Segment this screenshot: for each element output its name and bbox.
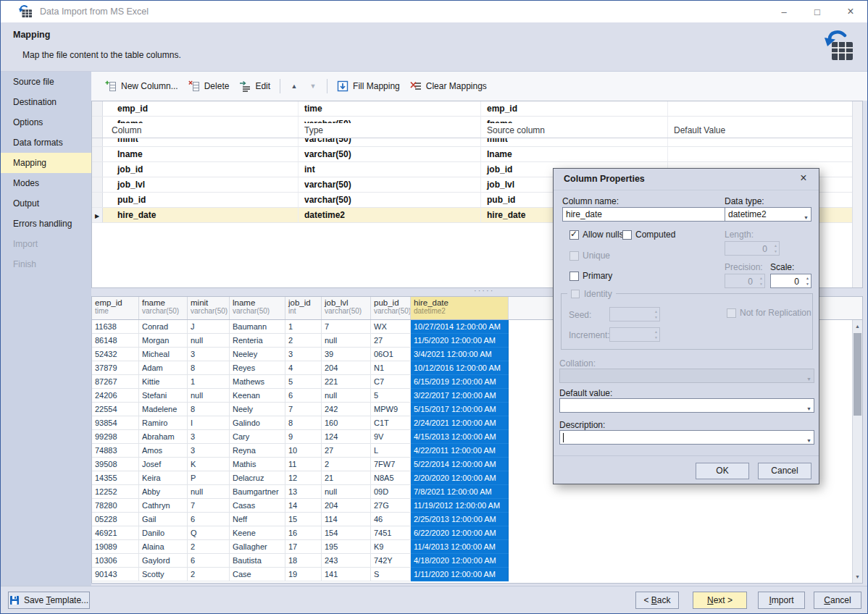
cell[interactable]: null: [188, 389, 230, 403]
cell[interactable]: 7: [188, 499, 230, 513]
cell[interactable]: Baumann: [230, 320, 285, 334]
cell[interactable]: pub_id: [103, 193, 299, 207]
cell[interactable]: S: [371, 568, 411, 581]
cell[interactable]: 3: [188, 444, 230, 458]
cell[interactable]: lname: [481, 147, 668, 161]
cell[interactable]: C7: [371, 375, 411, 389]
cell[interactable]: 18: [285, 554, 322, 568]
cell[interactable]: 2/24/2021 12:00:00 AM: [411, 416, 509, 430]
cell[interactable]: C1T: [371, 416, 411, 430]
cell[interactable]: Keira: [139, 471, 188, 485]
cell[interactable]: 10306: [92, 554, 139, 568]
cell[interactable]: Micheal: [139, 348, 188, 361]
cell[interactable]: L: [371, 444, 411, 458]
cell[interactable]: Alaina: [139, 540, 188, 554]
cell[interactable]: Neely: [230, 403, 285, 416]
cell[interactable]: Ramiro: [139, 416, 188, 430]
preview-column-header-emp_id[interactable]: emp_idtime: [92, 297, 139, 319]
maximize-button[interactable]: □: [801, 1, 834, 22]
cell[interactable]: Delacruz: [230, 471, 285, 485]
sidebar-item-options[interactable]: Options: [1, 112, 91, 133]
minimize-button[interactable]: –: [767, 1, 801, 22]
cell[interactable]: 3: [285, 348, 322, 361]
sidebar-item-errors-handling[interactable]: Errors handling: [1, 214, 91, 234]
column-header-type[interactable]: Type: [299, 123, 481, 138]
cell[interactable]: Mathis: [230, 458, 285, 471]
cell[interactable]: 39508: [92, 458, 139, 471]
table-row[interactable]: 05228Gail6Neff15114462/25/2013 12:00:00 …: [92, 513, 862, 526]
cell[interactable]: Baumgartner: [230, 485, 285, 499]
cell[interactable]: 6: [188, 554, 230, 568]
cell[interactable]: K9: [371, 540, 411, 554]
cell[interactable]: 78280: [92, 499, 139, 513]
sidebar-item-mapping[interactable]: Mapping: [1, 153, 91, 173]
move-up-button[interactable]: ▲: [285, 80, 304, 93]
mapping-row[interactable]: lnamevarchar(50)lname: [92, 147, 862, 162]
cell[interactable]: hire_date: [103, 208, 299, 222]
cell[interactable]: lname: [103, 147, 299, 161]
cell[interactable]: 12: [285, 471, 322, 485]
cell[interactable]: 204: [322, 499, 371, 513]
cell[interactable]: Madelene: [139, 403, 188, 416]
cell[interactable]: Scotty: [139, 568, 188, 581]
cell[interactable]: null: [188, 485, 230, 499]
cell[interactable]: 24206: [92, 389, 139, 403]
scroll-up-icon[interactable]: ▲: [853, 321, 862, 331]
cell[interactable]: 11/4/2013 12:00:00 AM: [411, 540, 509, 554]
cell[interactable]: 2: [188, 568, 230, 581]
cell[interactable]: 124: [322, 430, 371, 444]
sidebar-item-output[interactable]: Output: [1, 193, 91, 214]
cell[interactable]: 6: [188, 513, 230, 526]
move-down-button[interactable]: ▼: [304, 80, 322, 93]
cell[interactable]: WX: [371, 320, 411, 334]
cell[interactable]: 9V: [371, 430, 411, 444]
back-button[interactable]: < Back: [635, 592, 679, 609]
cell[interactable]: 6: [285, 389, 322, 403]
edit-button[interactable]: Edit: [234, 77, 275, 95]
cell[interactable]: 13: [285, 485, 322, 499]
cell[interactable]: int: [299, 162, 481, 177]
dialog-close-icon[interactable]: ×: [796, 172, 811, 185]
cell[interactable]: Reyes: [230, 361, 285, 375]
table-row[interactable]: 90143Scotty2Case19141S1/11/2020 12:00:00…: [92, 568, 862, 581]
cell[interactable]: 05228: [92, 513, 139, 526]
cell[interactable]: 243: [322, 554, 371, 568]
cell[interactable]: N8A5: [371, 471, 411, 485]
primary-checkbox[interactable]: [569, 272, 579, 281]
cell[interactable]: 3/22/2017 12:00:00 AM: [411, 389, 509, 403]
cell[interactable]: 1/11/2020 12:00:00 AM: [411, 568, 509, 581]
table-row[interactable]: 19089Alaina2Gallagher17195K911/4/2013 12…: [92, 540, 862, 554]
cell[interactable]: 2: [322, 458, 371, 471]
cell[interactable]: Gaylord: [139, 554, 188, 568]
cell[interactable]: null: [322, 389, 371, 403]
mapping-row[interactable]: emp_idtimeemp_id: [92, 101, 862, 117]
cell[interactable]: 52432: [92, 348, 139, 361]
cell[interactable]: 7FW7: [371, 458, 411, 471]
cell[interactable]: Case: [230, 568, 285, 581]
column-header-column[interactable]: Column: [103, 123, 299, 138]
cell[interactable]: null: [188, 334, 230, 348]
cell[interactable]: 195: [322, 540, 371, 554]
sidebar-item-data-formats[interactable]: Data formats: [1, 133, 91, 153]
preview-column-header-job_id[interactable]: job_idint: [285, 297, 322, 319]
cell[interactable]: 15: [285, 513, 322, 526]
cell[interactable]: datetime2: [299, 208, 481, 222]
cell[interactable]: 14: [285, 499, 322, 513]
cell[interactable]: 242: [322, 403, 371, 416]
cell[interactable]: Keenan: [230, 389, 285, 403]
preview-column-header-pub_id[interactable]: pub_idvarchar(50): [371, 297, 411, 319]
cell[interactable]: job_id: [103, 162, 299, 177]
cell[interactable]: Bautista: [230, 554, 285, 568]
cell[interactable]: Cary: [230, 430, 285, 444]
cell[interactable]: 4/15/2013 12:00:00 AM: [411, 430, 509, 444]
column-header-default-value[interactable]: Default Value: [668, 123, 862, 138]
table-row[interactable]: 12252AbbynullBaumgartner13null09D7/8/202…: [92, 485, 862, 499]
column-header-source-column[interactable]: Source column: [481, 123, 668, 138]
cell[interactable]: 204: [322, 361, 371, 375]
cell[interactable]: 221: [322, 375, 371, 389]
cell[interactable]: J: [188, 320, 230, 334]
cell[interactable]: 11638: [92, 320, 139, 334]
cell[interactable]: 10/27/2014 12:00:00 AM: [411, 320, 509, 334]
cell[interactable]: 3: [188, 430, 230, 444]
save-template-button[interactable]: Save Template...: [8, 592, 90, 609]
